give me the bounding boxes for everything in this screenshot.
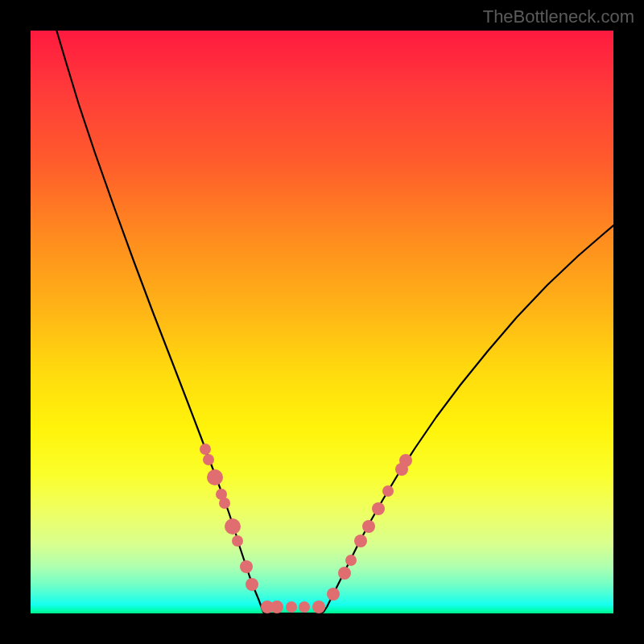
data-point	[372, 502, 385, 515]
data-point	[354, 535, 367, 547]
data-point	[286, 601, 297, 613]
data-point	[203, 454, 214, 465]
watermark-text: TheBottleneck.com	[483, 6, 634, 27]
data-point	[338, 567, 351, 580]
data-point	[219, 497, 230, 509]
data-point	[216, 489, 227, 500]
data-point	[395, 463, 408, 476]
data-point	[362, 520, 375, 533]
bottleneck-curve	[31, 31, 613, 613]
data-point	[200, 444, 211, 455]
data-point	[399, 454, 412, 467]
data-point	[270, 601, 283, 613]
data-point	[261, 601, 274, 613]
chart-root: TheBottleneck.com	[0, 0, 644, 644]
data-point	[225, 518, 241, 535]
data-point	[312, 601, 325, 613]
data-point	[382, 485, 394, 497]
data-point	[327, 588, 340, 601]
plot-area	[31, 31, 613, 613]
data-point	[207, 469, 223, 485]
data-point	[345, 555, 357, 566]
data-point	[246, 578, 258, 591]
data-point	[240, 560, 253, 573]
data-point	[232, 535, 243, 547]
data-point	[299, 601, 310, 613]
data-points-layer	[31, 31, 613, 613]
